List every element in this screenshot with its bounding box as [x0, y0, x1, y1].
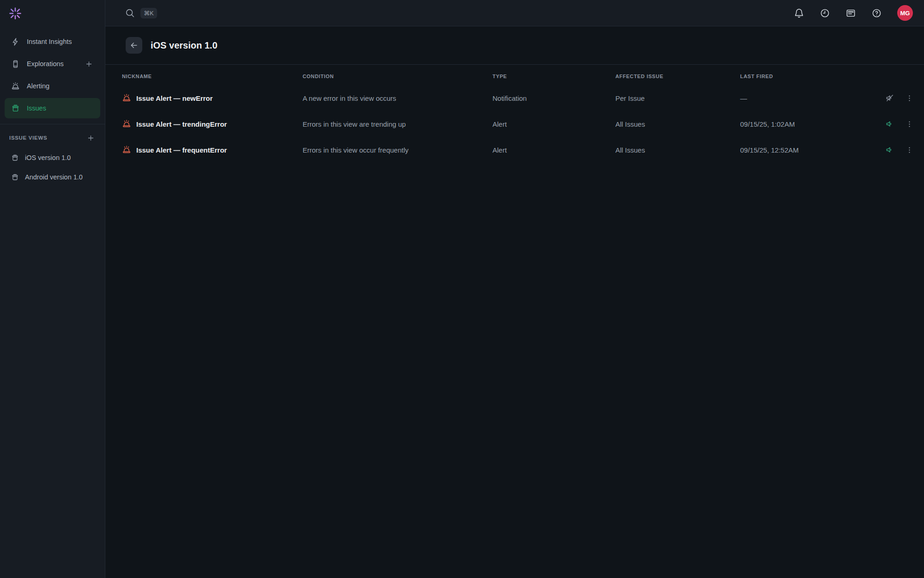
alert-last-fired: 09/15/25, 1:02AM [740, 120, 880, 128]
sidebar-item-instant-insights[interactable]: Instant Insights [5, 31, 100, 52]
column-header-nickname: Nickname [122, 74, 303, 79]
sidebar: Instant Insights Explorations Alerting I… [0, 0, 105, 578]
notifications-button[interactable] [794, 8, 804, 18]
issues-box-icon [11, 173, 19, 181]
alert-nickname[interactable]: Issue Alert — frequentError [136, 146, 227, 154]
sidebar-item-ios-version[interactable]: iOS version 1.0 [5, 148, 100, 167]
table-row[interactable]: Issue Alert — trendingError Errors in th… [122, 111, 918, 137]
device-icon [11, 60, 20, 68]
plus-icon [85, 60, 93, 68]
alert-nickname[interactable]: Issue Alert — newError [136, 94, 213, 102]
topbar: ⌘K MG [105, 0, 924, 26]
changelog-card-icon [845, 8, 856, 18]
issues-box-icon [11, 104, 20, 113]
alert-siren-icon [122, 93, 131, 103]
sidebar-item-label: iOS version 1.0 [25, 154, 71, 161]
sidebar-item-alerting[interactable]: Alerting [5, 76, 100, 96]
column-header-condition: Condition [303, 74, 492, 79]
plus-icon [87, 134, 95, 142]
row-menu-button[interactable] [906, 146, 913, 154]
search-input[interactable]: ⌘K [125, 8, 157, 18]
bell-icon [794, 8, 804, 18]
search-icon [125, 8, 135, 18]
sidebar-item-label: Instant Insights [27, 38, 94, 45]
back-button[interactable] [126, 37, 142, 54]
muted-speaker-icon[interactable] [880, 93, 900, 103]
alert-condition: A new error in this view occurs [303, 94, 492, 102]
alert-siren-icon [122, 145, 131, 154]
alerts-table: Nickname Condition Type Affected Issue L… [105, 65, 924, 163]
column-header-last-fired: Last Fired [740, 74, 880, 79]
kebab-menu-icon [906, 94, 913, 102]
row-menu-button[interactable] [906, 120, 913, 128]
issue-views-title: ISSUE VIEWS [9, 135, 47, 141]
table-row[interactable]: Issue Alert — newError A new error in th… [122, 85, 918, 111]
column-header-affected-issue: Affected Issue [615, 74, 740, 79]
speaker-icon[interactable] [880, 119, 900, 129]
alarm-icon [11, 82, 20, 91]
alert-affected-issue: All Issues [615, 120, 740, 128]
help-button[interactable] [871, 8, 882, 18]
kebab-menu-icon [906, 146, 913, 154]
help-icon [871, 8, 882, 18]
arrow-left-icon [129, 41, 139, 50]
alert-type: Notification [492, 94, 615, 102]
changelog-button[interactable] [845, 8, 856, 18]
issue-views-list: iOS version 1.0 Android version 1.0 [0, 147, 105, 188]
search-shortcut-badge: ⌘K [140, 8, 157, 18]
alert-type: Alert [492, 146, 615, 154]
alert-condition: Errors in this view are trending up [303, 120, 492, 128]
alert-affected-issue: All Issues [615, 146, 740, 154]
sidebar-item-label: Android version 1.0 [25, 173, 83, 181]
lightning-icon [11, 37, 20, 46]
row-menu-button[interactable] [906, 94, 913, 102]
alert-last-fired: — [740, 94, 880, 102]
sidebar-item-android-version[interactable]: Android version 1.0 [5, 168, 100, 186]
kebab-menu-icon [906, 120, 913, 128]
page-title: iOS version 1.0 [151, 40, 218, 51]
topbar-actions: MG [794, 5, 913, 21]
clock-icon [820, 8, 830, 18]
alert-type: Alert [492, 120, 615, 128]
sidebar-item-label: Alerting [27, 82, 94, 90]
history-button[interactable] [820, 8, 830, 18]
sidebar-item-explorations[interactable]: Explorations [5, 54, 100, 74]
alert-affected-issue: Per Issue [615, 94, 740, 102]
sidebar-nav: Instant Insights Explorations Alerting I… [0, 31, 105, 118]
add-exploration-button[interactable] [84, 59, 94, 69]
issue-views-section-header: ISSUE VIEWS [0, 124, 105, 147]
issues-box-icon [11, 154, 19, 162]
main-area: ⌘K MG iOS version 1.0 Nickname [105, 0, 924, 578]
page-header: iOS version 1.0 [105, 26, 924, 65]
add-issue-view-button[interactable] [85, 133, 96, 143]
alert-last-fired: 09/15/25, 12:52AM [740, 146, 880, 154]
sidebar-item-label: Explorations [27, 60, 77, 68]
column-header-type: Type [492, 74, 615, 79]
sidebar-item-issues[interactable]: Issues [5, 98, 100, 118]
speaker-icon[interactable] [880, 145, 900, 154]
alert-condition: Errors in this view occur frequently [303, 146, 492, 154]
user-avatar[interactable]: MG [897, 5, 913, 21]
alert-nickname[interactable]: Issue Alert — trendingError [136, 120, 227, 128]
app-logo[interactable] [0, 0, 105, 25]
starburst-logo-icon [8, 6, 22, 20]
sidebar-item-label: Issues [27, 105, 94, 112]
table-row[interactable]: Issue Alert — frequentError Errors in th… [122, 137, 918, 163]
table-header: Nickname Condition Type Affected Issue L… [122, 65, 918, 85]
alert-siren-icon [122, 119, 131, 129]
